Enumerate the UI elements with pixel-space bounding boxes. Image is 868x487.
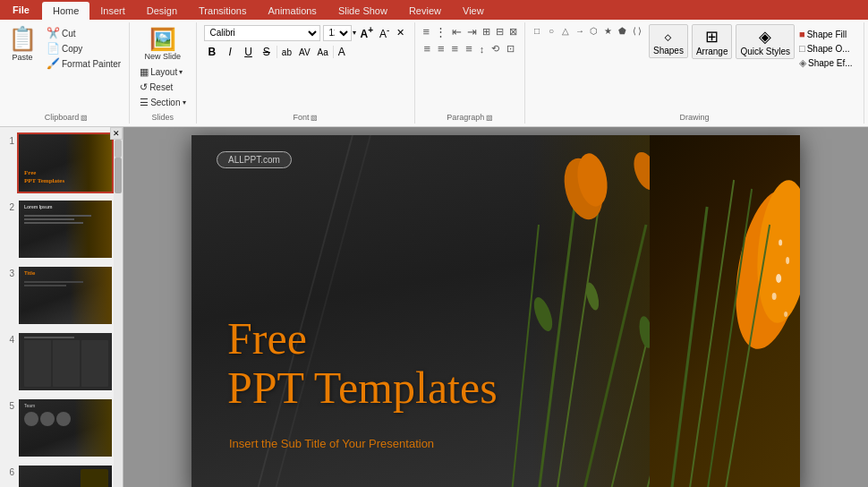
clear-format-button[interactable]: ✕ [394,26,407,39]
slide-title: Free PPT Templates [227,314,498,413]
font-expand-icon[interactable]: ▧ [311,114,318,122]
text-direction-button[interactable]: ⟲ [489,42,502,56]
main-slide[interactable]: ALLPPT.com Free PPT Templates Insert the… [191,135,800,487]
shape-fill-button[interactable]: ■ Shape Fill [796,28,855,40]
align-center-button[interactable]: ≡ [435,41,447,56]
slide-thumb-5[interactable]: 5 Team [4,397,119,458]
shape-item[interactable]: □ [531,24,543,37]
clipboard-group: 📋 Paste ✂️Cut 📄Copy 🖌️Format Painter Cli… [4,22,130,124]
shape-item[interactable]: → [574,24,586,37]
font-size-decrease[interactable]: A- [378,24,391,41]
italic-button[interactable]: I [222,44,238,60]
font-group-label: Font [293,113,309,122]
slide-subtitle: Insert the Sub Title of Your Presentatio… [229,437,434,450]
new-slide-button[interactable]: 🖼️ New Slide [137,24,188,64]
shapes-button[interactable]: ⬦ Shapes [649,24,688,58]
tab-home[interactable]: Home [42,2,89,20]
tab-slideshow[interactable]: Slide Show [328,2,398,20]
font-family-select[interactable]: Calibri [204,25,320,41]
drawing-group-label: Drawing [679,113,709,122]
copy-button[interactable]: 📄Copy [44,41,123,56]
tab-review[interactable]: Review [398,2,452,20]
paragraph-group-label: Paragraph [447,113,484,122]
shape-item[interactable]: ⟨ ⟩ [631,24,643,37]
paste-button[interactable]: 📋 Paste [4,22,41,64]
slide-view: ALLPPT.com Free PPT Templates Insert the… [123,127,868,487]
clipboard-label: Clipboard [45,113,80,122]
slide-thumb-2[interactable]: 2 Lorem Ipsum [4,199,119,260]
cut-button[interactable]: ✂️Cut [44,26,123,40]
svg-point-26 [786,257,789,264]
shape-outline-button[interactable]: □ Shape O... [796,42,855,55]
layout-button[interactable]: ▦ Layout ▾ [137,65,188,79]
svg-line-4 [512,225,539,487]
reset-button[interactable]: ↺ Reset [137,81,188,94]
panel-collapse-button[interactable]: ✕ [110,127,123,140]
slide-thumb-6[interactable]: 6 Thank You [4,464,119,487]
slide-thumb-1[interactable]: 1 FreePPT Templates [4,132,119,193]
file-tab[interactable]: File [0,0,42,20]
shape-item[interactable]: △ [559,24,572,37]
text-shadow-button[interactable]: ab [279,47,294,58]
font-size-select[interactable]: 12 [323,25,352,41]
shape-effects-button[interactable]: ◈ Shape Ef... [796,56,855,70]
align-left-button[interactable]: ≡ [421,41,433,56]
svg-line-30 [671,207,707,487]
slide-logo: ALLPPT.com [217,151,292,168]
svg-point-27 [771,293,776,300]
svg-point-25 [776,274,781,283]
tab-animations[interactable]: Animations [257,2,327,20]
columns-button[interactable]: ⊞ [481,25,492,38]
drawing-group: □ ○ △ → ⬡ ★ ⬟ ⟨ ⟩ ⬦ Shapes [525,22,864,124]
svg-point-28 [784,312,787,317]
svg-line-0 [539,207,574,487]
shape-item[interactable]: ★ [602,24,615,37]
paragraph-expand-icon[interactable]: ▧ [486,114,493,122]
quick-styles-button[interactable]: ◈ Quick Styles [736,24,795,59]
font-size-increase[interactable]: A+ [359,24,376,41]
shape-item[interactable]: ⬟ [617,24,629,37]
format-painter-button[interactable]: 🖌️Format Painter [44,56,123,71]
slide-thumb-3[interactable]: 3 Title [4,265,119,326]
svg-point-10 [531,295,557,333]
smart-art-button[interactable]: ⊟ [494,25,506,38]
change-case-button[interactable]: Aa [315,47,331,58]
paragraph-group: ≡ ⋮ ⇤ ⇥ ⊞ ⊟ ⊠ ≡ ≡ ≡ ≡ ↕ ⟲ ⊡ Paragraph ▧ [415,22,525,124]
shape-item[interactable]: ○ [545,24,557,37]
tab-design[interactable]: Design [136,2,188,20]
decrease-indent-button[interactable]: ⇤ [450,24,464,39]
slides-group: 🖼️ New Slide ▦ Layout ▾ ↺ Reset ☰ Sectio… [130,22,196,124]
align-right-button[interactable]: ≡ [449,41,462,56]
slide-thumb-4[interactable]: 4 [4,331,119,392]
bullet-list-button[interactable]: ≡ [421,24,431,39]
tab-view[interactable]: View [452,2,495,20]
clipboard-expand-icon[interactable]: ▧ [81,114,88,122]
line-spacing-button[interactable]: ↕ [477,43,488,56]
bold-button[interactable]: B [204,44,221,60]
svg-line-31 [689,180,734,487]
slide-panel: ✕ 1 FreePPT Templates 2 Lor [0,127,123,487]
shape-item[interactable]: ⬡ [588,24,600,37]
char-spacing-button[interactable]: AV [296,47,313,58]
shapes-grid: □ ○ △ → ⬡ ★ ⬟ ⟨ ⟩ [531,24,647,70]
text-align-button[interactable]: ⊡ [504,42,517,56]
strikethrough-button[interactable]: S [259,44,275,60]
section-button[interactable]: ☰ Section ▾ [137,96,188,109]
justify-button[interactable]: ≡ [463,41,475,56]
svg-point-29 [779,240,782,246]
font-color-button[interactable]: A [336,45,348,59]
increase-indent-button[interactable]: ⇥ [465,24,479,39]
tab-insert[interactable]: Insert [89,2,136,20]
tab-transitions[interactable]: Transitions [188,2,257,20]
svg-line-2 [583,225,646,487]
numbered-list-button[interactable]: ⋮ [433,24,448,39]
underline-button[interactable]: U [240,44,257,60]
arrange-button[interactable]: ⊞ Arrange [692,24,733,59]
convert-smart-art-button[interactable]: ⊠ [507,25,519,38]
font-group: Calibri 12 ▾ A+ A- ✕ B I U S ab AV [197,22,416,124]
slides-group-label: Slides [152,113,174,122]
